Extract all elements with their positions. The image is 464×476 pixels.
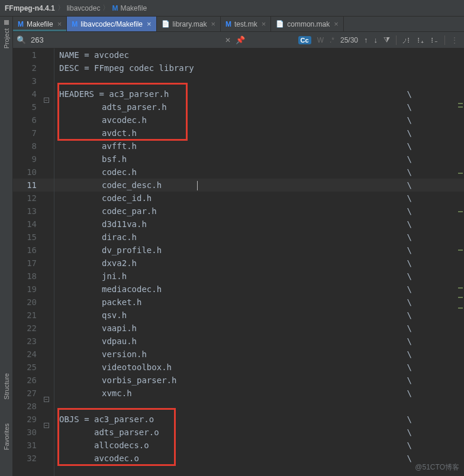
tab-label: library.mak — [173, 20, 207, 28]
crumb-file[interactable]: M Makefile — [112, 4, 147, 12]
editor-tab[interactable]: 📄common.mak× — [271, 17, 344, 31]
project-tool-icon[interactable] — [4, 20, 9, 25]
close-icon[interactable]: × — [334, 20, 339, 28]
code-text: avcodec.o — [59, 452, 139, 465]
code-line[interactable]: 7avdct.h\ — [13, 127, 464, 140]
code-line[interactable]: 1NAME = avcodec — [13, 48, 464, 61]
code-line[interactable]: 3 — [13, 75, 464, 88]
editor-tab[interactable]: Mlibavcodec/Makefile× — [67, 17, 156, 31]
line-number: 11 — [13, 180, 43, 190]
tab-label: test.mk — [234, 20, 257, 28]
crumb-folder[interactable]: libavcodec — [67, 4, 101, 12]
marker-track — [457, 48, 464, 476]
code-text: version.h — [59, 348, 147, 361]
close-icon[interactable]: × — [262, 20, 266, 28]
words-toggle[interactable]: W — [317, 36, 324, 44]
more-find-options[interactable]: ⋮ — [451, 36, 458, 44]
code-line[interactable]: 8avfft.h\ — [13, 140, 464, 153]
find-filter[interactable]: ⧩ — [384, 35, 390, 45]
pin-icon[interactable]: 📌 — [236, 35, 245, 44]
code-line[interactable]: 10codec.h\ — [13, 166, 464, 179]
code-line[interactable]: 17dxva2.h\ — [13, 257, 464, 270]
code-line[interactable]: 32 avcodec.o\ — [13, 452, 464, 465]
line-number: 23 — [13, 336, 43, 346]
line-continuation: \ — [407, 271, 412, 281]
line-continuation: \ — [407, 323, 412, 333]
line-continuation: \ — [407, 454, 412, 463]
line-continuation: \ — [407, 115, 412, 125]
code-line[interactable]: 25videotoolbox.h\ — [13, 361, 464, 374]
code-text: dxva2.h — [59, 257, 137, 270]
fold-toggle-icon[interactable]: − — [44, 397, 49, 402]
line-continuation: \ — [407, 441, 412, 450]
match-case-toggle[interactable]: Cc — [298, 36, 311, 44]
code-line[interactable]: 2DESC = FFmpeg codec library — [13, 61, 464, 75]
project-tool-label[interactable]: Project — [3, 28, 10, 48]
structure-tool-label[interactable]: Structure — [3, 373, 10, 400]
code-line[interactable]: 24version.h\ — [13, 348, 464, 361]
code-line[interactable]: 29−OBJS = ac3_parser.o\ — [13, 413, 464, 426]
line-number: 10 — [13, 167, 43, 177]
code-line[interactable]: 20packet.h\ — [13, 296, 464, 309]
code-line[interactable]: 23vdpau.h\ — [13, 335, 464, 348]
code-line[interactable]: 27−xvmc.h\ — [13, 387, 464, 400]
code-line[interactable]: 5adts_parser.h\ — [13, 101, 464, 114]
find-input[interactable] — [31, 35, 220, 44]
file-icon: 📄 — [276, 20, 284, 28]
code-text: NAME = avcodec — [59, 48, 129, 61]
find-bar: 🔍 ✕ 📌 Cc W .* 25/30 ↑ ↓ ⧩ ⵰⫶ ⫶₊ ⫶₋ ⋮ — [13, 32, 464, 48]
line-number: 22 — [13, 323, 43, 333]
code-line[interactable]: 9bsf.h\ — [13, 153, 464, 166]
select-all-occurrences[interactable]: ⵰⫶ — [402, 35, 411, 44]
line-number: 30 — [13, 428, 43, 437]
editor-tab[interactable]: 📄library.mak× — [157, 17, 221, 31]
close-icon[interactable]: × — [57, 20, 62, 28]
fold-toggle-icon[interactable]: − — [44, 98, 49, 103]
clear-input-icon[interactable]: ✕ — [225, 36, 231, 44]
close-icon[interactable]: × — [211, 20, 215, 28]
line-number: 20 — [13, 297, 43, 307]
code-line[interactable]: 16dv_profile.h\ — [13, 244, 464, 257]
line-number: 4 — [13, 89, 43, 99]
code-text: codec.h — [59, 166, 137, 179]
editor-tabs: MMakefile×Mlibavcodec/Makefile×📄library.… — [13, 17, 464, 32]
regex-toggle[interactable]: .* — [330, 36, 334, 44]
code-line[interactable]: 30 adts_parser.o\ — [13, 426, 464, 439]
fold-toggle-icon[interactable]: − — [44, 423, 49, 428]
line-continuation: \ — [407, 206, 412, 216]
add-selection[interactable]: ⫶₊ — [417, 35, 424, 44]
code-line[interactable]: 28 — [13, 400, 464, 413]
code-text: mediacodec.h — [59, 283, 162, 296]
remove-selection[interactable]: ⫶₋ — [430, 35, 439, 44]
code-line[interactable]: 4−HEADERS = ac3_parser.h\ — [13, 88, 464, 101]
line-continuation: \ — [407, 336, 412, 346]
editor[interactable]: 1NAME = avcodec2DESC = FFmpeg codec libr… — [13, 48, 464, 476]
code-line[interactable]: 13codec_par.h\ — [13, 205, 464, 218]
code-line[interactable]: 19mediacodec.h\ — [13, 283, 464, 296]
line-continuation: \ — [407, 141, 412, 151]
code-text: dirac.h — [59, 231, 137, 244]
code-line[interactable]: 31 allcodecs.o\ — [13, 439, 464, 452]
code-line[interactable]: 26vorbis_parser.h\ — [13, 374, 464, 387]
code-text: bsf.h — [59, 153, 127, 166]
code-line[interactable]: 11codec_desc.h\ — [13, 179, 464, 192]
crumb-root[interactable]: FFmpeg-n4.4.1 — [5, 4, 55, 12]
code-text: avfft.h — [59, 140, 137, 153]
code-line[interactable]: 15dirac.h\ — [13, 231, 464, 244]
code-line[interactable]: 6avcodec.h\ — [13, 114, 464, 127]
code-line[interactable]: 14d3d11va.h\ — [13, 218, 464, 231]
code-line[interactable]: 12codec_id.h\ — [13, 192, 464, 205]
makefile-icon: M — [18, 20, 24, 28]
editor-tab[interactable]: Mtest.mk× — [221, 17, 271, 31]
code-text: OBJS = ac3_parser.o — [59, 413, 154, 426]
code-line[interactable]: 18jni.h\ — [13, 270, 464, 283]
close-icon[interactable]: × — [147, 20, 152, 28]
find-prev[interactable]: ↑ — [364, 35, 368, 44]
code-line[interactable]: 21qsv.h\ — [13, 309, 464, 322]
favorites-tool-label[interactable]: Favorites — [3, 423, 10, 450]
code-line[interactable]: 22vaapi.h\ — [13, 322, 464, 335]
line-number: 24 — [13, 349, 43, 359]
editor-tab[interactable]: MMakefile× — [13, 17, 67, 31]
code-text: vdpau.h — [59, 335, 137, 348]
find-next[interactable]: ↓ — [374, 35, 378, 44]
